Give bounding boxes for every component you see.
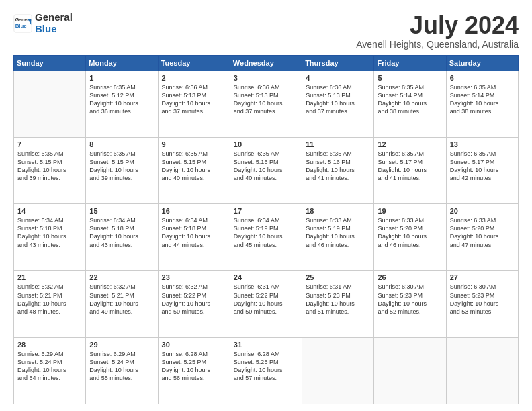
day-info: Sunrise: 6:35 AM Sunset: 5:15 PM Dayligh… bbox=[89, 150, 154, 183]
calendar-cell: 25Sunrise: 6:31 AM Sunset: 5:23 PM Dayli… bbox=[302, 271, 374, 337]
header: General Blue General Blue July 2024 Aven… bbox=[13, 12, 519, 50]
day-info: Sunrise: 6:34 AM Sunset: 5:18 PM Dayligh… bbox=[162, 216, 226, 249]
calendar-cell: 27Sunrise: 6:30 AM Sunset: 5:23 PM Dayli… bbox=[446, 271, 518, 337]
day-number: 31 bbox=[234, 340, 298, 349]
logo-general-text: General bbox=[35, 11, 73, 23]
title-block: July 2024 Avenell Heights, Queensland, A… bbox=[356, 12, 519, 50]
calendar-cell bbox=[374, 337, 446, 404]
calendar-cell: 14Sunrise: 6:34 AM Sunset: 5:18 PM Dayli… bbox=[14, 204, 86, 271]
logo-blue-text: Blue bbox=[35, 23, 57, 34]
calendar-cell: 24Sunrise: 6:31 AM Sunset: 5:22 PM Dayli… bbox=[230, 271, 302, 337]
col-wednesday: Wednesday bbox=[230, 55, 302, 71]
calendar-cell: 3Sunrise: 6:36 AM Sunset: 5:13 PM Daylig… bbox=[230, 71, 302, 137]
day-info: Sunrise: 6:30 AM Sunset: 5:23 PM Dayligh… bbox=[378, 283, 442, 316]
calendar-cell: 26Sunrise: 6:30 AM Sunset: 5:23 PM Dayli… bbox=[374, 271, 446, 337]
svg-text:Blue: Blue bbox=[15, 23, 28, 29]
day-info: Sunrise: 6:36 AM Sunset: 5:13 PM Dayligh… bbox=[306, 83, 370, 116]
day-number: 1 bbox=[89, 74, 154, 82]
calendar-cell: 10Sunrise: 6:35 AM Sunset: 5:16 PM Dayli… bbox=[230, 137, 302, 203]
col-monday: Monday bbox=[86, 55, 158, 71]
day-info: Sunrise: 6:35 AM Sunset: 5:14 PM Dayligh… bbox=[378, 83, 442, 116]
day-number: 17 bbox=[234, 207, 298, 215]
calendar-cell: 20Sunrise: 6:33 AM Sunset: 5:20 PM Dayli… bbox=[446, 204, 518, 271]
day-number: 10 bbox=[234, 140, 298, 148]
generalblue-logo-icon: General Blue bbox=[13, 14, 32, 33]
day-number: 5 bbox=[378, 74, 442, 82]
col-sunday: Sunday bbox=[14, 55, 86, 71]
day-info: Sunrise: 6:28 AM Sunset: 5:25 PM Dayligh… bbox=[162, 350, 226, 383]
logo: General Blue General Blue bbox=[13, 12, 73, 34]
day-number: 8 bbox=[89, 140, 154, 148]
day-info: Sunrise: 6:29 AM Sunset: 5:24 PM Dayligh… bbox=[17, 350, 82, 383]
day-number: 18 bbox=[306, 207, 370, 215]
calendar-cell bbox=[446, 337, 518, 404]
day-number: 23 bbox=[162, 273, 226, 281]
calendar-cell: 5Sunrise: 6:35 AM Sunset: 5:14 PM Daylig… bbox=[374, 71, 446, 137]
day-info: Sunrise: 6:35 AM Sunset: 5:17 PM Dayligh… bbox=[450, 150, 515, 183]
calendar-cell bbox=[302, 337, 374, 404]
day-number: 4 bbox=[306, 74, 370, 82]
day-number: 15 bbox=[89, 207, 154, 215]
calendar-cell: 4Sunrise: 6:36 AM Sunset: 5:13 PM Daylig… bbox=[302, 71, 374, 137]
day-number: 28 bbox=[17, 340, 82, 349]
month-year-title: July 2024 bbox=[356, 12, 519, 39]
calendar-cell: 1Sunrise: 6:35 AM Sunset: 5:12 PM Daylig… bbox=[86, 71, 158, 137]
day-info: Sunrise: 6:35 AM Sunset: 5:17 PM Dayligh… bbox=[378, 150, 442, 183]
calendar-cell: 16Sunrise: 6:34 AM Sunset: 5:18 PM Dayli… bbox=[158, 204, 230, 271]
calendar-cell: 12Sunrise: 6:35 AM Sunset: 5:17 PM Dayli… bbox=[374, 137, 446, 203]
day-info: Sunrise: 6:28 AM Sunset: 5:25 PM Dayligh… bbox=[234, 350, 298, 383]
day-number: 6 bbox=[450, 74, 515, 82]
day-number: 29 bbox=[89, 340, 154, 349]
day-info: Sunrise: 6:33 AM Sunset: 5:20 PM Dayligh… bbox=[378, 216, 442, 249]
day-info: Sunrise: 6:35 AM Sunset: 5:12 PM Dayligh… bbox=[89, 83, 154, 116]
day-number: 3 bbox=[234, 74, 298, 82]
day-info: Sunrise: 6:32 AM Sunset: 5:21 PM Dayligh… bbox=[89, 283, 154, 316]
calendar-cell bbox=[14, 71, 86, 137]
day-info: Sunrise: 6:35 AM Sunset: 5:15 PM Dayligh… bbox=[17, 150, 82, 183]
day-number: 27 bbox=[450, 273, 515, 281]
col-friday: Friday bbox=[374, 55, 446, 71]
calendar-cell: 30Sunrise: 6:28 AM Sunset: 5:25 PM Dayli… bbox=[158, 337, 230, 404]
day-info: Sunrise: 6:33 AM Sunset: 5:19 PM Dayligh… bbox=[306, 216, 370, 249]
calendar-cell: 29Sunrise: 6:29 AM Sunset: 5:24 PM Dayli… bbox=[86, 337, 158, 404]
day-number: 30 bbox=[162, 340, 226, 349]
calendar-week-row: 21Sunrise: 6:32 AM Sunset: 5:21 PM Dayli… bbox=[14, 271, 519, 337]
day-info: Sunrise: 6:32 AM Sunset: 5:21 PM Dayligh… bbox=[17, 283, 82, 316]
day-number: 25 bbox=[306, 273, 370, 281]
calendar-cell: 22Sunrise: 6:32 AM Sunset: 5:21 PM Dayli… bbox=[86, 271, 158, 337]
calendar-cell: 23Sunrise: 6:32 AM Sunset: 5:22 PM Dayli… bbox=[158, 271, 230, 337]
page: General Blue General Blue July 2024 Aven… bbox=[0, 0, 532, 411]
calendar-cell: 6Sunrise: 6:35 AM Sunset: 5:14 PM Daylig… bbox=[446, 71, 518, 137]
col-thursday: Thursday bbox=[302, 55, 374, 71]
day-number: 24 bbox=[234, 273, 298, 281]
day-info: Sunrise: 6:36 AM Sunset: 5:13 PM Dayligh… bbox=[234, 83, 298, 116]
day-info: Sunrise: 6:31 AM Sunset: 5:23 PM Dayligh… bbox=[306, 283, 370, 316]
day-info: Sunrise: 6:33 AM Sunset: 5:20 PM Dayligh… bbox=[450, 216, 515, 249]
day-info: Sunrise: 6:35 AM Sunset: 5:16 PM Dayligh… bbox=[234, 150, 298, 183]
calendar-cell: 7Sunrise: 6:35 AM Sunset: 5:15 PM Daylig… bbox=[14, 137, 86, 203]
day-number: 19 bbox=[378, 207, 442, 215]
day-info: Sunrise: 6:29 AM Sunset: 5:24 PM Dayligh… bbox=[89, 350, 154, 383]
calendar-cell: 18Sunrise: 6:33 AM Sunset: 5:19 PM Dayli… bbox=[302, 204, 374, 271]
calendar-week-row: 14Sunrise: 6:34 AM Sunset: 5:18 PM Dayli… bbox=[14, 204, 519, 271]
calendar-cell: 19Sunrise: 6:33 AM Sunset: 5:20 PM Dayli… bbox=[374, 204, 446, 271]
calendar-cell: 2Sunrise: 6:36 AM Sunset: 5:13 PM Daylig… bbox=[158, 71, 230, 137]
calendar-week-row: 28Sunrise: 6:29 AM Sunset: 5:24 PM Dayli… bbox=[14, 337, 519, 404]
day-number: 20 bbox=[450, 207, 515, 215]
col-tuesday: Tuesday bbox=[158, 55, 230, 71]
day-number: 11 bbox=[306, 140, 370, 148]
calendar-week-row: 7Sunrise: 6:35 AM Sunset: 5:15 PM Daylig… bbox=[14, 137, 519, 203]
day-number: 22 bbox=[89, 273, 154, 281]
day-info: Sunrise: 6:35 AM Sunset: 5:14 PM Dayligh… bbox=[450, 83, 515, 116]
day-info: Sunrise: 6:32 AM Sunset: 5:22 PM Dayligh… bbox=[162, 283, 226, 316]
day-info: Sunrise: 6:31 AM Sunset: 5:22 PM Dayligh… bbox=[234, 283, 298, 316]
day-info: Sunrise: 6:34 AM Sunset: 5:18 PM Dayligh… bbox=[89, 216, 154, 249]
location-subtitle: Avenell Heights, Queensland, Australia bbox=[356, 39, 519, 50]
calendar-cell: 15Sunrise: 6:34 AM Sunset: 5:18 PM Dayli… bbox=[86, 204, 158, 271]
day-info: Sunrise: 6:35 AM Sunset: 5:16 PM Dayligh… bbox=[306, 150, 370, 183]
col-saturday: Saturday bbox=[446, 55, 518, 71]
day-info: Sunrise: 6:35 AM Sunset: 5:15 PM Dayligh… bbox=[162, 150, 226, 183]
day-number: 2 bbox=[162, 74, 226, 82]
day-number: 7 bbox=[17, 140, 82, 148]
calendar-cell: 31Sunrise: 6:28 AM Sunset: 5:25 PM Dayli… bbox=[230, 337, 302, 404]
